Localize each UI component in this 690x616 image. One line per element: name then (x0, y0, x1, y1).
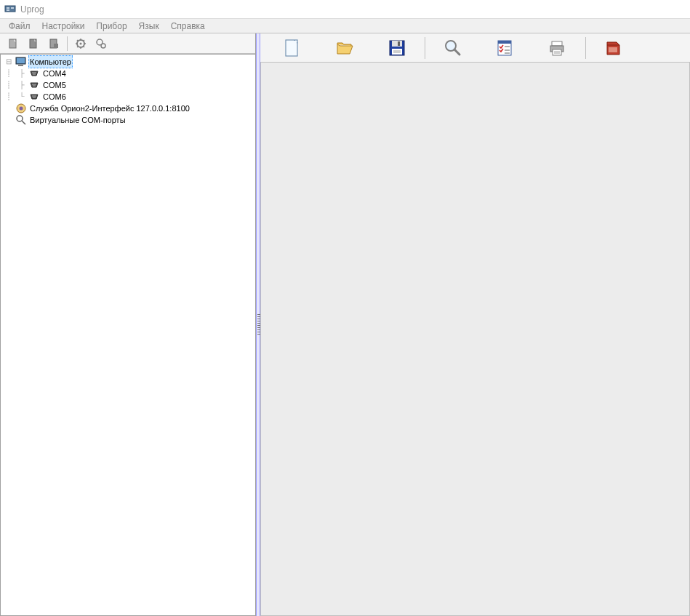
svg-point-41 (33, 97, 34, 98)
window-title: Uprog (20, 4, 44, 15)
service-icon (15, 103, 27, 114)
right-toolbar (260, 33, 690, 63)
svg-rect-49 (286, 41, 297, 55)
left-tool-3[interactable] (44, 35, 64, 52)
svg-line-18 (77, 46, 79, 47)
port-icon (28, 79, 40, 91)
left-tool-1[interactable] (3, 35, 23, 52)
left-toolbar-separator (67, 36, 68, 51)
left-toolbar (0, 33, 255, 54)
svg-point-27 (33, 72, 35, 73)
svg-point-36 (34, 85, 36, 87)
splitter[interactable] (256, 33, 260, 616)
svg-rect-9 (54, 44, 58, 48)
left-panel: ⊟ Компьютер ┊ ├ COM4 ┊ ├ (0, 33, 256, 616)
svg-line-46 (22, 121, 25, 124)
svg-point-42 (34, 97, 36, 98)
app-icon (4, 4, 16, 15)
svg-point-29 (33, 73, 34, 75)
svg-point-38 (32, 95, 33, 97)
svg-rect-52 (398, 41, 400, 46)
svg-point-11 (80, 42, 82, 44)
svg-point-34 (35, 84, 36, 85)
svg-rect-2 (7, 9, 9, 11)
title-bar: Uprog (0, 0, 690, 19)
svg-rect-1 (7, 7, 9, 9)
tree-label-service[interactable]: Служба Орион2-Интерфейс 127.0.0.1:8100 (28, 103, 191, 114)
right-panel (260, 33, 690, 616)
virtual-port-icon (15, 114, 27, 126)
tree-label-com5[interactable]: COM5 (41, 79, 68, 91)
left-tool-gear-2[interactable] (91, 35, 111, 52)
right-content-area (260, 63, 690, 616)
tree-node-virtual[interactable]: Виртуальные COM-порты (2, 114, 255, 126)
tree-node-computer[interactable]: ⊟ Компьютер (2, 56, 255, 68)
svg-rect-68 (609, 47, 617, 52)
svg-line-19 (84, 40, 85, 41)
toolbar-device-button[interactable] (587, 35, 640, 61)
right-toolbar-separator-1 (425, 37, 425, 59)
tree-label-virtual[interactable]: Виртуальные COM-порты (28, 114, 127, 126)
svg-marker-25 (31, 71, 38, 76)
toolbar-save-button[interactable] (371, 35, 423, 61)
svg-point-28 (35, 72, 36, 73)
tree-node-com6[interactable]: ┊ └ COM6 (2, 91, 255, 103)
svg-point-21 (101, 44, 105, 48)
main-area: ⊟ Компьютер ┊ ├ COM4 ┊ ├ (0, 33, 690, 616)
svg-rect-51 (392, 41, 402, 47)
computer-icon (15, 56, 27, 68)
menu-file[interactable]: Файл (3, 20, 36, 33)
svg-point-45 (17, 116, 23, 121)
svg-point-26 (32, 72, 33, 73)
svg-rect-3 (11, 7, 14, 9)
svg-point-39 (33, 95, 35, 97)
menu-language[interactable]: Язык (133, 20, 165, 33)
tree-node-com5[interactable]: ┊ ├ COM5 (2, 79, 255, 91)
svg-rect-23 (17, 58, 25, 63)
menu-device[interactable]: Прибор (90, 20, 132, 33)
svg-point-44 (20, 107, 23, 111)
splitter-grip[interactable] (257, 314, 260, 336)
port-icon (28, 91, 40, 103)
svg-point-32 (32, 84, 33, 85)
toolbar-new-button[interactable] (266, 35, 318, 61)
svg-point-33 (33, 84, 35, 85)
svg-point-40 (35, 95, 36, 97)
svg-rect-24 (18, 65, 23, 66)
tree-label-com4[interactable]: COM4 (41, 68, 68, 79)
svg-marker-31 (31, 83, 38, 87)
toolbar-checklist-button[interactable] (479, 35, 531, 61)
menu-settings[interactable]: Настройки (36, 20, 91, 33)
svg-line-16 (77, 40, 79, 41)
toolbar-print-button[interactable] (531, 35, 584, 61)
svg-marker-37 (31, 95, 38, 99)
device-tree[interactable]: ⊟ Компьютер ┊ ├ COM4 ┊ ├ (0, 54, 255, 616)
left-tool-gear-1[interactable] (71, 35, 91, 52)
tree-node-com4[interactable]: ┊ ├ COM4 (2, 68, 255, 79)
svg-rect-63 (552, 41, 562, 46)
svg-point-35 (33, 85, 34, 87)
menu-help[interactable]: Справка (165, 20, 211, 33)
menu-bar: Файл Настройки Прибор Язык Справка (0, 19, 690, 33)
toolbar-open-button[interactable] (318, 35, 371, 61)
svg-rect-65 (553, 49, 561, 55)
svg-rect-59 (498, 41, 511, 44)
tree-label-com6[interactable]: COM6 (41, 91, 68, 103)
right-toolbar-separator-2 (585, 37, 586, 59)
svg-rect-53 (392, 49, 402, 55)
port-icon (28, 68, 40, 79)
svg-line-57 (454, 49, 460, 55)
svg-point-30 (34, 73, 36, 75)
tree-expander-computer[interactable]: ⊟ (2, 56, 15, 68)
tree-node-service[interactable]: Служба Орион2-Интерфейс 127.0.0.1:8100 (2, 103, 255, 114)
toolbar-search-button[interactable] (427, 35, 479, 61)
left-tool-2[interactable] (23, 35, 44, 52)
svg-line-17 (84, 46, 85, 47)
tree-label-computer[interactable]: Компьютер (28, 55, 73, 68)
